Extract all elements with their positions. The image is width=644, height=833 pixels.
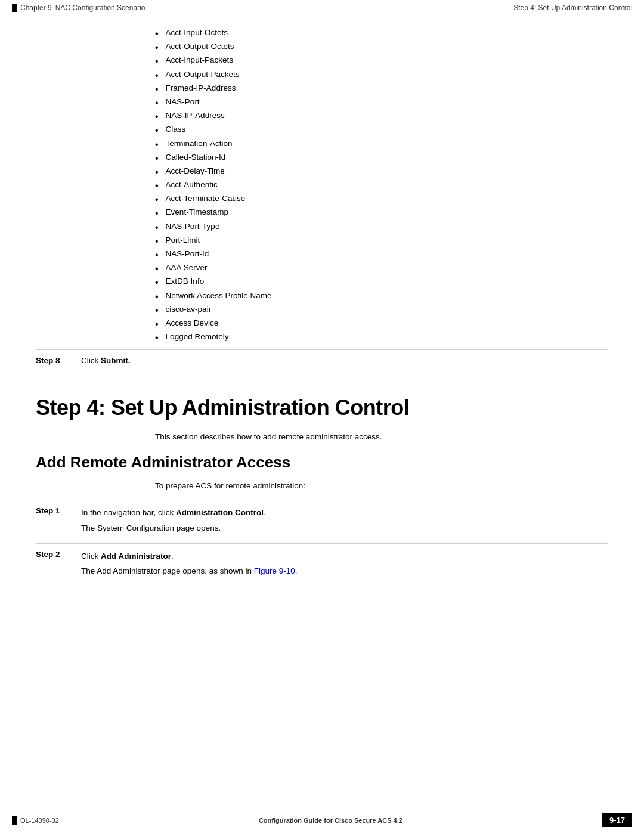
step1-num: Step 1 — [36, 506, 72, 515]
header-bar-icon — [12, 4, 17, 12]
header-right-label: Step 4: Set Up Administration Control — [513, 4, 632, 12]
step2-suffix: . — [171, 552, 174, 561]
step2-link[interactable]: Figure 9-10 — [254, 566, 295, 575]
footer: OL-14390-02 Configuration Guide for Cisc… — [0, 807, 644, 833]
bullet-list: Acct-Input-OctetsAcct-Output-OctetsAcct-… — [155, 28, 608, 343]
bullet-list-item: Framed-IP-Address — [155, 83, 608, 95]
step1-prefix: In the navigation bar, click — [81, 508, 176, 517]
step8-text-prefix: Click — [81, 356, 101, 365]
step1-body: In the navigation bar, click Administrat… — [81, 506, 266, 537]
step8-label: Step 8 — [36, 356, 72, 365]
header-left: Chapter 9 NAC Configuration Scenario — [12, 4, 145, 12]
bullet-list-item: Acct-Input-Octets — [155, 28, 608, 39]
step1-text: In the navigation bar, click Administrat… — [81, 506, 266, 519]
page-wrapper: Chapter 9 NAC Configuration Scenario Ste… — [0, 0, 644, 833]
bullet-list-item: Port-Limit — [155, 236, 608, 247]
bullet-list-item: Network Access Profile Name — [155, 291, 608, 302]
step2-sub-prefix: The Add Administrator page opens, as sho… — [81, 566, 254, 575]
bullet-list-item: Class — [155, 125, 608, 136]
step2-prefix: Click — [81, 552, 101, 561]
step2-num: Step 2 — [36, 550, 72, 559]
step1-item: Step 1 In the navigation bar, click Admi… — [36, 500, 608, 543]
footer-bar-icon — [12, 816, 17, 825]
footer-page-number: 9-17 — [609, 816, 625, 825]
step2-sub-suffix: . — [295, 566, 298, 575]
step1-suffix: . — [264, 508, 266, 517]
bullet-list-item: Access Device — [155, 318, 608, 330]
bullet-list-section: Acct-Input-OctetsAcct-Output-OctetsAcct-… — [36, 28, 608, 371]
bullet-list-item: NAS-Port — [155, 97, 608, 109]
bullet-list-item: Logged Remotely — [155, 332, 608, 343]
steps-table: Step 1 In the navigation bar, click Admi… — [36, 500, 608, 586]
step1-bold: Administration Control — [176, 508, 264, 517]
chapter-title: NAC Configuration Scenario — [55, 4, 145, 12]
bullet-list-item: Called-Station-Id — [155, 153, 608, 164]
header-right: Step 4: Set Up Administration Control — [513, 4, 632, 12]
step1-subtext: The System Configuration page opens. — [81, 522, 266, 535]
bullet-list-item: Acct-Authentic — [155, 180, 608, 191]
bullet-list-item: Acct-Output-Packets — [155, 70, 608, 81]
step8-content: Click Submit. — [81, 356, 131, 365]
bullet-list-item: NAS-IP-Address — [155, 111, 608, 122]
header-bar: Chapter 9 NAC Configuration Scenario Ste… — [0, 0, 644, 16]
step2-text: Click Add Administrator. — [81, 550, 298, 563]
footer-center: Configuration Guide for Cisco Secure ACS… — [259, 817, 402, 824]
sub-heading: Add Remote Administrator Access — [36, 453, 608, 472]
footer-left-text: OL-14390-02 — [20, 817, 59, 824]
step8-text-bold: Submit. — [101, 356, 131, 365]
step2-subtext: The Add Administrator page opens, as sho… — [81, 565, 298, 578]
section-heading: Step 4: Set Up Administration Control — [36, 395, 608, 420]
footer-left: OL-14390-02 — [12, 816, 59, 825]
main-content: Acct-Input-OctetsAcct-Output-OctetsAcct-… — [0, 16, 644, 622]
bullet-list-item: NAS-Port-Id — [155, 249, 608, 261]
step2-bold: Add Administrator — [101, 552, 171, 561]
footer-center-text: Configuration Guide for Cisco Secure ACS… — [259, 817, 402, 824]
section-description: This section describes how to add remote… — [155, 432, 608, 441]
bullet-list-item: Acct-Terminate-Cause — [155, 194, 608, 205]
bullet-list-item: cisco-av-pair — [155, 305, 608, 316]
step2-body: Click Add Administrator. The Add Adminis… — [81, 550, 298, 580]
bullet-list-item: Acct-Delay-Time — [155, 166, 608, 178]
bullet-list-item: Acct-Input-Packets — [155, 55, 608, 67]
bullet-list-item: Event-Timestamp — [155, 208, 608, 219]
bullet-list-item: NAS-Port-Type — [155, 222, 608, 233]
chapter-label: Chapter 9 — [20, 4, 52, 12]
bullet-list-item: Termination-Action — [155, 139, 608, 150]
bullet-list-item: AAA Server — [155, 263, 608, 274]
bullet-list-item: Acct-Output-Octets — [155, 42, 608, 53]
sub-description: To prepare ACS for remote administration… — [155, 481, 608, 490]
bullet-list-item: ExtDB Info — [155, 277, 608, 288]
step2-item: Step 2 Click Add Administrator. The Add … — [36, 543, 608, 586]
footer-right: 9-17 — [602, 813, 632, 827]
step8-row: Step 8 Click Submit. — [36, 349, 608, 371]
